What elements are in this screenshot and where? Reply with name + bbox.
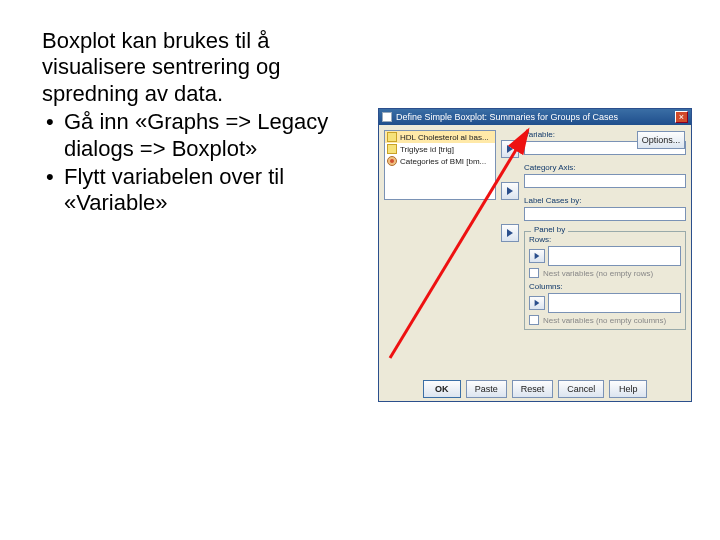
panel-by-legend: Panel by <box>531 225 568 234</box>
right-column: Variable: Category Axis: Label Cases by:… <box>524 130 686 377</box>
move-to-label-button[interactable] <box>501 224 519 242</box>
nest-rows-label: Nest variables (no empty rows) <box>543 269 653 278</box>
svg-marker-4 <box>535 300 540 306</box>
move-to-columns-button[interactable] <box>529 296 545 310</box>
paste-button[interactable]: Paste <box>466 380 507 398</box>
rows-field[interactable] <box>548 246 681 266</box>
columns-label: Columns: <box>529 282 681 291</box>
nominal-icon <box>387 156 397 166</box>
svg-marker-1 <box>507 187 513 195</box>
variable-label: Triglyse id [trig] <box>400 145 454 154</box>
label-cases-label: Label Cases by: <box>524 196 686 205</box>
dialog-body: HDL Cholesterol al bas... Triglyse id [t… <box>379 125 691 377</box>
svg-marker-0 <box>507 145 513 153</box>
transfer-buttons-column <box>500 130 520 377</box>
bullet-list: Gå inn «Graphs => Legacy dialogs => Boxp… <box>42 109 372 217</box>
nest-rows-checkbox[interactable]: Nest variables (no empty rows) <box>529 268 681 278</box>
left-column: HDL Cholesterol al bas... Triglyse id [t… <box>384 130 496 377</box>
dialog-buttonbar: OK Paste Reset Cancel Help <box>379 377 691 401</box>
options-button[interactable]: Options... <box>637 131 685 149</box>
category-axis-field[interactable] <box>524 174 686 188</box>
intro-paragraph: Boxplot kan brukes til å visualisere sen… <box>42 28 372 107</box>
checkbox-icon <box>529 268 539 278</box>
scale-icon <box>387 144 397 154</box>
scale-icon <box>387 132 397 142</box>
checkbox-icon <box>529 315 539 325</box>
close-button[interactable]: × <box>675 111 688 123</box>
svg-marker-2 <box>507 229 513 237</box>
rows-label: Rows: <box>529 235 681 244</box>
help-button[interactable]: Help <box>609 380 647 398</box>
columns-field[interactable] <box>548 293 681 313</box>
move-to-rows-button[interactable] <box>529 249 545 263</box>
titlebar: Define Simple Boxplot: Summaries for Gro… <box>379 109 691 125</box>
move-to-category-button[interactable] <box>501 182 519 200</box>
nest-columns-label: Nest variables (no empty columns) <box>543 316 666 325</box>
variable-label: HDL Cholesterol al bas... <box>400 133 489 142</box>
reset-button[interactable]: Reset <box>512 380 554 398</box>
variable-label: Categories of BMI [bm... <box>400 157 486 166</box>
variable-item[interactable]: Categories of BMI [bm... <box>385 155 495 167</box>
move-to-variable-button[interactable] <box>501 140 519 158</box>
app-icon <box>382 112 392 122</box>
panel-by-group: Panel by Rows: Nest variables (no empty … <box>524 231 686 330</box>
category-axis-label: Category Axis: <box>524 163 686 172</box>
boxplot-dialog: Define Simple Boxplot: Summaries for Gro… <box>378 108 692 402</box>
bullet-2: Flytt variabelen over til «Variable» <box>42 164 372 217</box>
nest-columns-checkbox[interactable]: Nest variables (no empty columns) <box>529 315 681 325</box>
variable-item[interactable]: HDL Cholesterol al bas... <box>385 131 495 143</box>
svg-marker-3 <box>535 253 540 259</box>
label-cases-field[interactable] <box>524 207 686 221</box>
variable-item[interactable]: Triglyse id [trig] <box>385 143 495 155</box>
ok-button[interactable]: OK <box>423 380 461 398</box>
slide-text-block: Boxplot kan brukes til å visualisere sen… <box>42 28 372 217</box>
cancel-button[interactable]: Cancel <box>558 380 604 398</box>
dialog-title: Define Simple Boxplot: Summaries for Gro… <box>396 112 675 122</box>
bullet-1: Gå inn «Graphs => Legacy dialogs => Boxp… <box>42 109 372 162</box>
source-variable-list[interactable]: HDL Cholesterol al bas... Triglyse id [t… <box>384 130 496 200</box>
